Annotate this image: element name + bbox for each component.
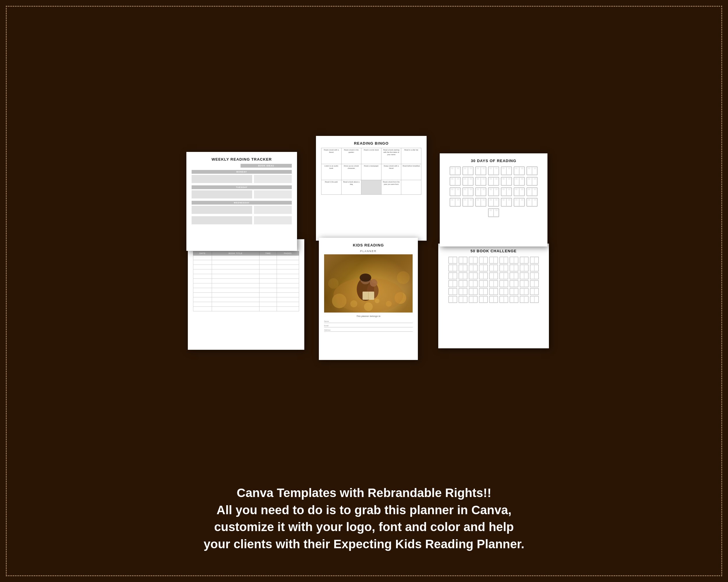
reading-bingo-title: READING BINGO — [321, 141, 421, 145]
bingo-cell: Read in a silly hat — [401, 148, 421, 164]
book-icon — [526, 177, 538, 186]
bingo-cell: Listen to an audio book — [321, 164, 342, 180]
book-icon — [479, 296, 488, 303]
reading-log-table: DATE BOOK TITLE TIME PAGES — [193, 251, 299, 311]
reading-log-page: MY READING LOG DATE BOOK TITLE TIME PAGE… — [188, 239, 304, 350]
monday-label: MONDAY — [191, 170, 292, 174]
book-icon — [450, 187, 461, 196]
center-column: READING BINGO Read a book with a friend … — [316, 136, 426, 360]
bottom-text-area: Canva Templates with Rebrandable Rights!… — [15, 476, 713, 567]
bingo-cell: Read a book in the garden — [341, 148, 361, 164]
book-icon — [526, 187, 538, 196]
book-icon — [475, 177, 486, 186]
table-row — [193, 270, 299, 274]
table-row — [193, 260, 299, 265]
svg-point-3 — [328, 278, 339, 289]
book-icon — [488, 177, 499, 186]
reading-bingo-page: READING BINGO Read a book with a friend … — [316, 136, 426, 241]
book-icon — [479, 272, 488, 279]
book-icon — [501, 187, 512, 196]
book-icon — [509, 265, 519, 272]
col-pages: PAGES — [277, 251, 299, 255]
table-row — [193, 307, 299, 311]
book-icon — [509, 296, 519, 303]
book-icon — [448, 265, 458, 272]
bingo-cell: Read a newspaper — [361, 164, 382, 180]
bingo-cell: Dress up as a book character — [341, 164, 361, 180]
book-icon — [530, 257, 539, 264]
table-row — [193, 297, 299, 302]
book-icon — [488, 187, 499, 196]
book-icon — [526, 198, 538, 206]
book-icon — [469, 272, 478, 279]
book-icon — [448, 272, 458, 279]
svg-point-13 — [370, 279, 378, 287]
book-icon — [509, 272, 519, 279]
table-row — [193, 274, 299, 279]
planner-email-field: Email — [324, 325, 413, 327]
book-icon — [479, 288, 488, 295]
book-icon — [450, 198, 461, 206]
mother-child-illustration — [324, 254, 413, 312]
book-icon — [450, 177, 461, 186]
book-icon — [499, 296, 509, 303]
book-icon — [530, 296, 539, 303]
book-icon — [530, 265, 539, 272]
book-icon — [475, 187, 486, 196]
book-icon — [458, 288, 468, 295]
book-icon — [469, 265, 478, 272]
bingo-cell — [401, 180, 421, 195]
bingo-cell: Swap a book with a friend — [381, 164, 401, 180]
book-icon — [450, 166, 461, 175]
fifty-book-grid — [443, 255, 544, 304]
book-icon — [514, 198, 525, 206]
book-icon — [458, 257, 468, 264]
bingo-cell: Read a book from the year you were born — [381, 180, 401, 195]
book-icon — [489, 257, 498, 264]
book-icon — [530, 272, 539, 279]
planner-name-field: Name — [324, 321, 413, 323]
book-icon — [479, 257, 488, 264]
table-row — [193, 279, 299, 283]
book-icon — [469, 288, 478, 295]
docs-area: WEEKLY READING TRACKER BOOK IDEAS MONDAY… — [15, 15, 713, 476]
thirty-days-page: 30 DAYS OF READING — [440, 154, 547, 247]
col-time: TIME — [259, 251, 277, 255]
book-icon — [488, 198, 499, 206]
email-label: Email — [324, 325, 413, 327]
book-icon — [469, 257, 478, 264]
book-icon — [489, 272, 498, 279]
col-date: DATE — [193, 251, 212, 255]
book-icon — [509, 288, 519, 295]
bottom-text-line3: customize it with your logo, font and co… — [38, 519, 690, 536]
book-icon — [448, 288, 458, 295]
table-row — [193, 293, 299, 297]
planner-cover-image — [324, 254, 413, 312]
bingo-grid: Read a book with a friend Read a book in… — [321, 148, 421, 195]
bingo-cell: Read a book with a friend — [321, 148, 342, 164]
book-icon — [520, 288, 529, 295]
book-icon — [509, 257, 519, 264]
book-icon — [489, 265, 498, 272]
book-icon — [462, 198, 473, 206]
wednesday-label: WEDNESDAY — [191, 201, 292, 204]
book-icon — [462, 166, 473, 175]
book-ideas-label: BOOK IDEAS — [240, 164, 292, 168]
book-icon — [489, 280, 498, 287]
book-icon — [514, 177, 525, 186]
svg-point-4 — [397, 271, 410, 284]
fifty-books-title: 50 BOOK CHALLENGE — [443, 249, 544, 253]
book-icon — [520, 280, 529, 287]
main-container: WEEKLY READING TRACKER BOOK IDEAS MONDAY… — [15, 15, 713, 567]
book-icon — [448, 296, 458, 303]
book-icon — [501, 177, 512, 186]
book-icon — [520, 265, 529, 272]
kids-planner-page: KIDS READING PLANNER — [319, 238, 418, 360]
book-icon — [475, 198, 486, 206]
book-icon — [458, 296, 468, 303]
fifty-books-page: 50 BOOK CHALLENGE — [438, 244, 549, 348]
book-icon — [501, 166, 512, 175]
book-icon — [475, 166, 486, 175]
bottom-text-line4: your clients with their Expecting Kids R… — [38, 536, 690, 553]
right-column: 30 DAYS OF READING — [438, 154, 549, 348]
